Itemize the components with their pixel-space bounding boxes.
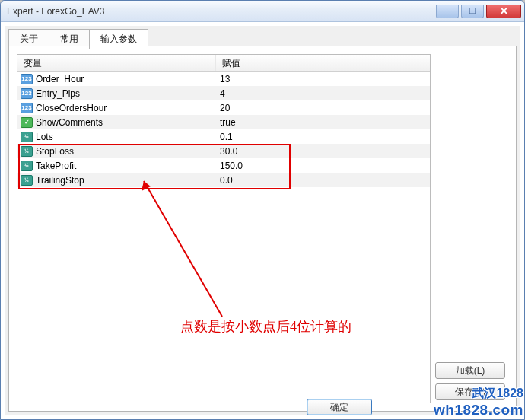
- load-button[interactable]: 加载(L): [435, 362, 505, 379]
- cancel-button[interactable]: 取消: [377, 399, 442, 415]
- table-row[interactable]: ½StopLoss30.0: [18, 144, 430, 158]
- dbl-type-icon: ½: [21, 161, 33, 171]
- value-cell[interactable]: 0.0: [215, 175, 430, 186]
- variable-cell[interactable]: 123Entry_Pips: [18, 88, 215, 99]
- variable-cell[interactable]: 123CloseOrdersHour: [18, 103, 215, 113]
- ok-button[interactable]: 确定: [307, 399, 372, 415]
- int-type-icon: 123: [21, 103, 33, 113]
- header-variable[interactable]: 变量: [18, 55, 215, 71]
- table-row[interactable]: ½Lots0.1: [18, 129, 430, 144]
- variable-name: Lots: [36, 132, 53, 142]
- value-cell[interactable]: 4: [215, 88, 430, 99]
- window-controls: ─ ☐ ✕: [436, 5, 521, 18]
- int-type-icon: 123: [21, 74, 33, 84]
- variable-name: Entry_Pips: [36, 88, 80, 99]
- table-row[interactable]: ½TakeProfit150.0: [18, 158, 430, 173]
- maximize-button[interactable]: ☐: [461, 5, 484, 18]
- variable-name: ShowComments: [36, 117, 103, 128]
- reset-button[interactable]: 重置: [447, 399, 512, 415]
- variable-cell[interactable]: 123Order_Hour: [18, 74, 215, 84]
- grid-header: 变量 赋值: [18, 55, 430, 72]
- tab-inputs[interactable]: 输入参数: [89, 29, 148, 49]
- variable-cell[interactable]: ½Lots: [18, 132, 215, 142]
- table-row[interactable]: 123Entry_Pips4: [18, 86, 430, 100]
- close-button[interactable]: ✕: [486, 5, 521, 18]
- value-cell[interactable]: 30.0: [215, 146, 430, 157]
- inputs-panel: 变量 赋值 123Order_Hour13123Entry_Pips4123Cl…: [8, 46, 517, 412]
- minimize-button[interactable]: ─: [436, 5, 459, 18]
- dbl-type-icon: ½: [21, 175, 33, 186]
- variable-name: TakeProfit: [36, 161, 76, 171]
- variable-name: CloseOrdersHour: [36, 103, 107, 113]
- variable-cell[interactable]: ½TrailingStop: [18, 175, 215, 186]
- grid-body: 123Order_Hour13123Entry_Pips4123CloseOrd…: [18, 72, 430, 187]
- titlebar[interactable]: Expert - ForexGo_EAV3 ─ ☐ ✕: [1, 1, 524, 22]
- header-value[interactable]: 赋值: [215, 55, 430, 71]
- expert-properties-window: Expert - ForexGo_EAV3 ─ ☐ ✕ 关于 常用 输入参数 变…: [0, 0, 525, 420]
- value-cell[interactable]: 20: [215, 103, 430, 113]
- side-button-group: 加载(L) 保存(S): [435, 362, 505, 400]
- variable-name: StopLoss: [36, 146, 74, 157]
- variable-cell[interactable]: ½StopLoss: [18, 146, 215, 157]
- value-cell[interactable]: true: [215, 117, 430, 128]
- variable-cell[interactable]: ✓ShowComments: [18, 117, 215, 128]
- variable-name: TrailingStop: [36, 175, 84, 186]
- table-row[interactable]: 123CloseOrdersHour20: [18, 100, 430, 115]
- variable-name: Order_Hour: [36, 74, 84, 84]
- value-cell[interactable]: 150.0: [215, 161, 430, 171]
- client-area: 关于 常用 输入参数 变量 赋值 123Order_Hour13123Entry…: [5, 26, 520, 415]
- bool-type-icon: ✓: [21, 117, 33, 128]
- int-type-icon: 123: [21, 88, 33, 99]
- table-row[interactable]: ✓ShowCommentstrue: [18, 115, 430, 129]
- window-title: Expert - ForexGo_EAV3: [7, 6, 436, 17]
- table-row[interactable]: ½TrailingStop0.0: [18, 173, 430, 187]
- table-row[interactable]: 123Order_Hour13: [18, 72, 430, 86]
- dbl-type-icon: ½: [21, 146, 33, 157]
- parameters-grid[interactable]: 变量 赋值 123Order_Hour13123Entry_Pips4123Cl…: [17, 54, 431, 403]
- variable-cell[interactable]: ½TakeProfit: [18, 161, 215, 171]
- value-cell[interactable]: 13: [215, 74, 430, 84]
- footer-button-group: 确定 取消 重置: [307, 399, 512, 415]
- save-button[interactable]: 保存(S): [435, 383, 505, 400]
- dbl-type-icon: ½: [21, 132, 33, 142]
- value-cell[interactable]: 0.1: [215, 132, 430, 142]
